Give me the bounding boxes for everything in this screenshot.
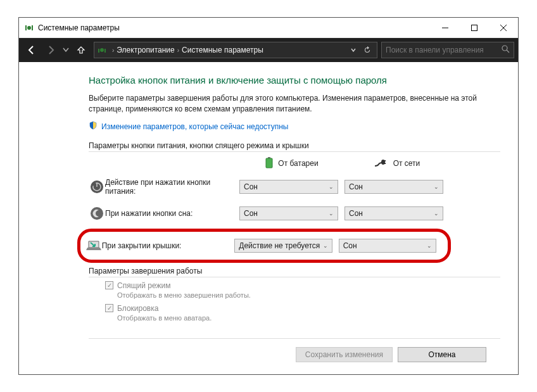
- page-description: Выберите параметры завершения работы для…: [89, 93, 500, 115]
- option-row-sleep-button: При нажатии кнопки сна: Сон⌄ Сон⌄: [89, 203, 500, 224]
- section-shutdown-title: Параметры завершения работы: [89, 267, 500, 277]
- back-button[interactable]: [23, 41, 41, 59]
- option-label: При закрытии крышки:: [102, 241, 235, 250]
- svg-point-8: [502, 46, 507, 51]
- chevron-down-icon: ⌄: [427, 243, 432, 249]
- refresh-button[interactable]: [360, 46, 374, 54]
- checkbox-sublabel: Отображать в меню аватара.: [117, 314, 500, 322]
- option-row-lid-close: При закрытии крышки: Действие не требует…: [85, 236, 443, 256]
- svg-rect-2: [472, 25, 477, 30]
- svg-rect-11: [266, 158, 272, 168]
- checkbox-sleep[interactable]: ✓: [105, 281, 113, 289]
- svg-point-5: [100, 48, 104, 52]
- search-icon: [502, 44, 510, 56]
- svg-point-0: [27, 26, 31, 30]
- checkbox-lock[interactable]: ✓: [105, 304, 113, 312]
- breadcrumb-item[interactable]: Системные параметры: [182, 46, 263, 54]
- shield-icon: [89, 121, 98, 132]
- chevron-right-icon: ›: [177, 47, 179, 54]
- save-button[interactable]: Сохранить изменения: [296, 347, 393, 362]
- option-label: При нажатии кнопки сна:: [105, 209, 239, 218]
- power-icon: [89, 180, 105, 194]
- laptop-icon: [85, 240, 102, 251]
- highlighted-row: При закрытии крышки: Действие не требует…: [77, 229, 451, 263]
- combo-lid-battery[interactable]: Действие не требуется⌄: [234, 239, 332, 253]
- chevron-down-icon: ⌄: [329, 184, 334, 190]
- chevron-down-icon: ⌄: [434, 210, 439, 217]
- combo-lid-plugged[interactable]: Сон⌄: [339, 239, 436, 253]
- minimize-button[interactable]: [431, 18, 460, 37]
- svg-point-12: [381, 160, 385, 165]
- column-plugged: От сети: [344, 158, 450, 169]
- battery-icon: [265, 157, 273, 170]
- option-label: Действие при нажатии кнопки питания:: [105, 178, 239, 196]
- cancel-button[interactable]: Отмена: [398, 347, 486, 362]
- checkbox-item-lock: ✓ Блокировка Отображать в меню аватара.: [105, 304, 500, 322]
- moon-icon: [89, 206, 105, 220]
- section-buttons-title: Параметры кнопки питания, кнопки спящего…: [89, 141, 500, 152]
- chevron-down-icon: ⌄: [323, 243, 328, 249]
- option-row-power-button: Действие при нажатии кнопки питания: Сон…: [89, 177, 500, 197]
- checkbox-label: Блокировка: [117, 304, 158, 313]
- navigation-bar: › Электропитание › Системные параметры: [19, 38, 518, 62]
- forward-button[interactable]: [42, 41, 60, 59]
- checkbox-label: Спящий режим: [117, 281, 170, 290]
- column-battery: От батареи: [239, 157, 344, 170]
- checkbox-sublabel: Отображать в меню завершения работы.: [117, 291, 500, 299]
- change-settings-link[interactable]: Изменение параметров, которые сейчас нед…: [101, 122, 289, 131]
- column-headers: От батареи От сети: [89, 157, 500, 170]
- checkbox-item-sleep: ✓ Спящий режим Отображать в меню заверше…: [105, 281, 500, 299]
- app-icon: [24, 23, 34, 33]
- up-button[interactable]: [72, 41, 90, 59]
- window-title: Системные параметры: [38, 23, 431, 32]
- address-bar[interactable]: › Электропитание › Системные параметры: [94, 42, 377, 58]
- chevron-down-icon: ⌄: [434, 184, 439, 190]
- close-button[interactable]: [489, 18, 518, 37]
- combo-power-battery[interactable]: Сон⌄: [239, 180, 338, 194]
- chevron-down-icon: ⌄: [329, 210, 334, 217]
- dropdown-button[interactable]: [346, 47, 360, 53]
- maximize-button[interactable]: [460, 18, 489, 37]
- content-area: Настройка кнопок питания и включение защ…: [19, 62, 518, 374]
- search-box[interactable]: [381, 42, 514, 58]
- plug-icon: [374, 158, 388, 169]
- titlebar: Системные параметры: [19, 18, 518, 38]
- breadcrumb-item[interactable]: Электропитание: [117, 46, 174, 54]
- svg-point-16: [91, 207, 103, 220]
- page-heading: Настройка кнопок питания и включение защ…: [89, 75, 500, 85]
- search-input[interactable]: [386, 46, 502, 54]
- recent-locations-button[interactable]: [61, 41, 71, 59]
- location-icon: [97, 45, 107, 55]
- combo-sleep-battery[interactable]: Сон⌄: [239, 206, 338, 220]
- footer: Сохранить изменения Отмена: [89, 339, 500, 370]
- window: Системные параметры › Электропитание ›: [18, 17, 519, 375]
- svg-line-9: [507, 50, 509, 53]
- combo-sleep-plugged[interactable]: Сон⌄: [344, 206, 443, 220]
- combo-power-plugged[interactable]: Сон⌄: [344, 180, 443, 194]
- svg-rect-6: [98, 49, 99, 53]
- chevron-right-icon: ›: [112, 47, 114, 54]
- svg-rect-7: [104, 49, 106, 53]
